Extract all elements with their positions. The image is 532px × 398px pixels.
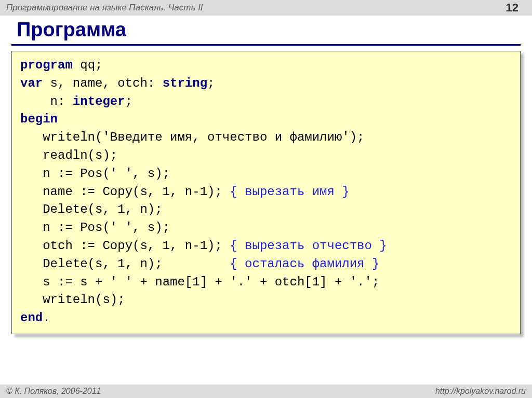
slide-heading: Программа: [17, 19, 521, 41]
code-text: readln(s);: [20, 148, 117, 162]
kw-string: string: [163, 76, 207, 90]
code-text: n:: [20, 94, 73, 108]
heading-underline: [11, 44, 521, 46]
code-text: ;: [125, 94, 132, 108]
content-area: Программа program qq; var s, name, otch:…: [0, 16, 532, 385]
kw-var: var: [20, 76, 43, 90]
code-text: s, name, otch:: [43, 76, 162, 90]
code-text: writeln(s);: [20, 293, 125, 307]
code-text: name := Copy(s, 1, n-1);: [20, 185, 230, 199]
footer-url: http://kpolyakov.narod.ru: [435, 387, 526, 396]
code-text: n := Pos(' ', s);: [20, 167, 170, 181]
code-text: writeln('Введите имя, отчество и фамилию…: [20, 130, 365, 144]
code-text: s := s + ' ' + name[1] + '.' + otch[1] +…: [20, 275, 379, 289]
header-bar: Программирование на языке Паскаль. Часть…: [0, 0, 532, 16]
code-text: .: [43, 311, 50, 325]
code-box: program qq; var s, name, otch: string; n…: [11, 51, 521, 334]
code-text: Delete(s, 1, n);: [20, 202, 163, 216]
code-text: n := Pos(' ', s);: [20, 221, 170, 235]
code-comment: { вырезать имя }: [230, 185, 349, 199]
code-listing: program qq; var s, name, otch: string; n…: [20, 57, 512, 327]
kw-begin: begin: [20, 112, 58, 126]
code-text: Delete(s, 1, n);: [20, 257, 230, 271]
slide: Программирование на языке Паскаль. Часть…: [0, 0, 532, 398]
footer-bar: © К. Поляков, 2006-2011 http://kpolyakov…: [0, 385, 532, 398]
header-title: Программирование на языке Паскаль. Часть…: [6, 3, 203, 13]
code-text: otch := Copy(s, 1, n-1);: [20, 239, 230, 253]
code-comment: { осталась фамилия }: [230, 257, 379, 271]
page-number: 12: [506, 1, 526, 15]
kw-integer: integer: [73, 94, 125, 108]
kw-end: end: [20, 311, 43, 325]
code-text: qq;: [73, 58, 103, 72]
kw-program: program: [20, 58, 73, 72]
code-text: ;: [207, 76, 215, 90]
footer-copyright: © К. Поляков, 2006-2011: [6, 387, 101, 396]
code-comment: { вырезать отчество }: [230, 239, 387, 253]
